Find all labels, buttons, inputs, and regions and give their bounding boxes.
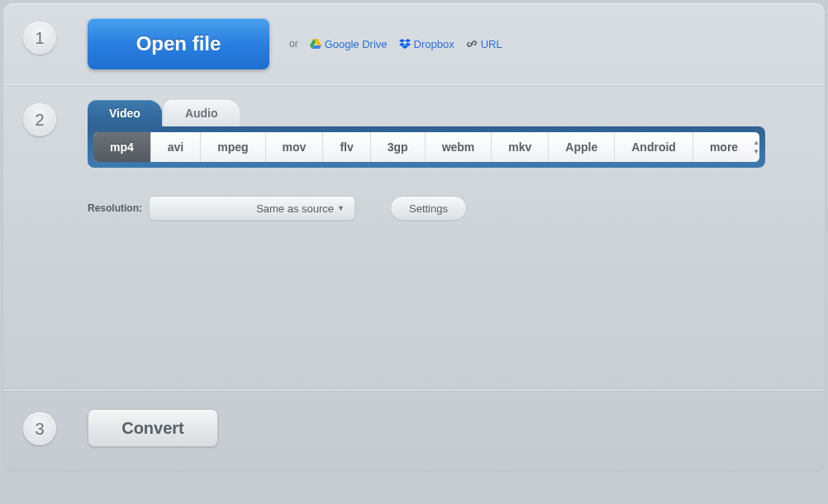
- step-2-body: Video Audio mp4 avi mpeg mov flv 3gp web…: [88, 100, 808, 221]
- step-2-badge: 2: [23, 103, 56, 136]
- url-link[interactable]: URL: [466, 38, 502, 50]
- convert-button[interactable]: Convert: [88, 409, 218, 447]
- format-mkv[interactable]: mkv: [492, 132, 549, 162]
- resolution-label: Resolution:: [88, 202, 142, 214]
- format-bar: mp4 avi mpeg mov flv 3gp webm mkv Apple …: [93, 132, 759, 162]
- google-drive-link[interactable]: Google Drive: [310, 38, 388, 50]
- format-more[interactable]: more ▲▼: [693, 132, 759, 162]
- format-flv[interactable]: flv: [323, 132, 370, 162]
- source-row: Open file or Google Drive: [88, 18, 502, 69]
- converter-panel: 1 Open file or Google Drive: [3, 3, 825, 470]
- step-3-badge: 3: [23, 412, 56, 445]
- format-mov[interactable]: mov: [266, 132, 324, 162]
- or-label: or: [289, 38, 298, 50]
- google-drive-label: Google Drive: [325, 38, 388, 50]
- settings-button[interactable]: Settings: [390, 196, 467, 221]
- step-1-section: 1 Open file or Google Drive: [3, 3, 825, 85]
- tab-video[interactable]: Video: [88, 100, 162, 126]
- format-apple[interactable]: Apple: [549, 132, 615, 162]
- updown-icon: ▲▼: [753, 139, 759, 155]
- format-bar-container: mp4 avi mpeg mov flv 3gp webm mkv Apple …: [88, 126, 765, 168]
- dropbox-link[interactable]: Dropbox: [399, 38, 454, 50]
- step-3-section: 3 Convert: [3, 391, 825, 470]
- options-row: Resolution: Same as source ▼ Settings: [88, 196, 808, 221]
- google-drive-icon: [310, 39, 321, 49]
- dropbox-label: Dropbox: [414, 38, 454, 50]
- chevron-down-icon: ▼: [337, 204, 345, 212]
- open-file-button[interactable]: Open file: [88, 18, 269, 69]
- format-more-label: more: [710, 140, 738, 154]
- resolution-select[interactable]: Same as source ▼: [149, 196, 355, 221]
- tab-audio[interactable]: Audio: [164, 100, 240, 126]
- format-mpeg[interactable]: mpeg: [201, 132, 265, 162]
- step-1-badge: 1: [23, 21, 56, 55]
- dropbox-icon: [399, 39, 411, 49]
- resolution-value: Same as source: [256, 202, 334, 215]
- format-android[interactable]: Android: [615, 132, 693, 162]
- format-avi[interactable]: avi: [151, 132, 201, 162]
- svg-marker-4: [405, 39, 411, 43]
- url-label: URL: [481, 38, 502, 50]
- format-3gp[interactable]: 3gp: [371, 132, 426, 162]
- format-mp4[interactable]: mp4: [93, 132, 151, 162]
- link-icon: [466, 39, 478, 49]
- step-2-section: 2 Video Audio mp4 avi mpeg mov flv 3gp w…: [3, 85, 825, 391]
- format-webm[interactable]: webm: [426, 132, 493, 162]
- svg-marker-3: [399, 39, 405, 43]
- format-type-tabs: Video Audio: [88, 100, 808, 126]
